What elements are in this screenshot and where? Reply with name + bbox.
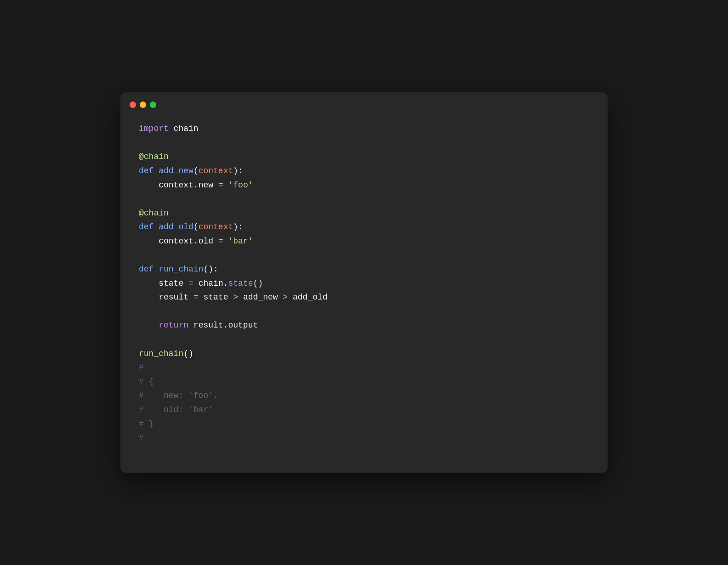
line-return: return result.output	[139, 318, 589, 333]
line-decorator2: @chain	[139, 206, 589, 220]
minimize-button[interactable]	[140, 102, 146, 108]
decorator-chain-1: @chain	[139, 152, 169, 161]
code-editor: import chain @chain def add_new(context)…	[120, 117, 608, 454]
keyword-def-2: def	[139, 222, 154, 232]
close-button[interactable]	[130, 102, 136, 108]
keyword-return: return	[159, 321, 188, 330]
line-def3: def run_chain():	[139, 262, 589, 277]
keyword-import: import	[139, 124, 169, 133]
line-state: state = chain.state()	[139, 277, 589, 291]
titlebar	[120, 102, 608, 117]
line-def2: def add_old(context):	[139, 220, 589, 234]
var-result: result	[159, 293, 188, 302]
code-window: import chain @chain def add_new(context)…	[120, 92, 608, 473]
var-state: state	[159, 279, 183, 288]
fn-add-new: add_new	[159, 166, 193, 175]
line-comment2: # {	[139, 375, 589, 389]
line-body1: context.new = 'foo'	[139, 178, 589, 192]
param-context-2: context	[199, 222, 233, 232]
line-body2: context.old = 'bar'	[139, 234, 589, 249]
line-blank3	[139, 249, 589, 263]
line-comment4: # old: 'bar'	[139, 403, 589, 417]
module-chain: chain	[169, 124, 199, 133]
line-blank2	[139, 192, 589, 206]
line-blank1	[139, 136, 589, 150]
line-result: result = state > add_new > add_old	[139, 290, 589, 305]
line-comment1: #	[139, 361, 589, 375]
string-foo: 'foo'	[228, 181, 253, 190]
line-decorator1: @chain	[139, 150, 589, 164]
keyword-def-1: def	[139, 166, 154, 175]
param-context-1: context	[199, 166, 233, 175]
line-blank4	[139, 305, 589, 319]
line-comment6: #	[139, 431, 589, 445]
line-def1: def add_new(context):	[139, 164, 589, 178]
call-run-chain: run_chain	[139, 349, 183, 358]
decorator-chain-2: @chain	[139, 209, 169, 218]
attr-output: output	[228, 321, 258, 330]
context-new-id: context	[159, 181, 193, 190]
fn-add-old: add_old	[159, 222, 193, 232]
line-call: run_chain()	[139, 347, 589, 361]
line-comment3: # new: 'foo',	[139, 389, 589, 403]
keyword-def-3: def	[139, 265, 154, 274]
line-blank5	[139, 333, 589, 347]
line-comment5: # }	[139, 417, 589, 431]
fn-run-chain: run_chain	[159, 265, 203, 274]
maximize-button[interactable]	[150, 102, 156, 108]
line-import: import chain	[139, 122, 589, 136]
string-bar: 'bar'	[228, 237, 253, 246]
method-state: state	[228, 279, 253, 288]
